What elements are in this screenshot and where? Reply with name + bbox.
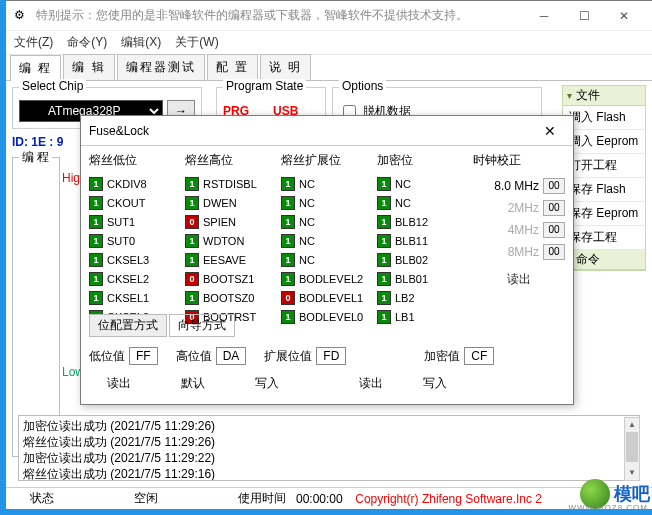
side-load-flash[interactable]: 调入 Flash	[563, 106, 645, 130]
fuse-bit-row[interactable]: 1CKSEL3	[89, 251, 181, 269]
fuse-bit-row[interactable]: 1NC	[281, 194, 373, 212]
fuse-bit-row[interactable]: 1BODLEVEL2	[281, 270, 373, 288]
menu-edit[interactable]: 编辑(X)	[121, 34, 161, 51]
fuse-bit-row[interactable]: 1BLB01	[377, 270, 469, 288]
fuse-bit-indicator[interactable]: 1	[89, 215, 103, 229]
fuse-bit-indicator[interactable]: 0	[185, 215, 199, 229]
clock-value[interactable]: 00	[543, 178, 565, 194]
fuse-bit-row[interactable]: 1NC	[377, 175, 469, 193]
fuse-bit-indicator[interactable]: 1	[377, 253, 391, 267]
fuse-bit-row[interactable]: 1CKOUT	[89, 194, 181, 212]
fuse-bit-row[interactable]: 1LB1	[377, 308, 469, 326]
fuse-bit-indicator[interactable]: 1	[377, 234, 391, 248]
dialog-tab-bit[interactable]: 位配置方式	[89, 314, 167, 337]
fuse-bit-row[interactable]: 1NC	[281, 175, 373, 193]
fuse-bit-row[interactable]: 1WDTON	[185, 232, 277, 250]
side-open-project[interactable]: 打开工程	[563, 154, 645, 178]
fuse-bit-indicator[interactable]: 1	[185, 196, 199, 210]
scroll-down-icon[interactable]: ▼	[625, 466, 639, 480]
fuse-bit-row[interactable]: 1CKSEL1	[89, 289, 181, 307]
fuse-bit-indicator[interactable]: 1	[185, 291, 199, 305]
fuse-bit-indicator[interactable]: 1	[89, 272, 103, 286]
fuse-bit-row[interactable]: 1BODLEVEL0	[281, 308, 373, 326]
maximize-button[interactable]: ☐	[564, 2, 604, 30]
fuse-bit-row[interactable]: 0BOOTSZ1	[185, 270, 277, 288]
lock-value-box[interactable]: CF	[464, 347, 494, 365]
fuse-write-button[interactable]: 写入	[255, 375, 279, 392]
fuse-bit-row[interactable]: 1BOOTSZ0	[185, 289, 277, 307]
fuse-bit-indicator[interactable]: 1	[185, 177, 199, 191]
log-scrollbar[interactable]: ▲ ▼	[624, 417, 640, 481]
clock-row[interactable]: 8.0 MHz00	[473, 175, 565, 197]
side-head[interactable]: ▾ 文件	[563, 86, 645, 106]
dialog-close-button[interactable]: ✕	[535, 123, 565, 139]
minimize-button[interactable]: ─	[524, 2, 564, 30]
fuse-bit-row[interactable]: 1NC	[281, 251, 373, 269]
fuse-default-button[interactable]: 默认	[181, 375, 205, 392]
menu-file[interactable]: 文件(Z)	[14, 34, 53, 51]
fuse-bit-row[interactable]: 1SUT1	[89, 213, 181, 231]
side-head-cmd[interactable]: ▾ 命令	[563, 250, 645, 270]
fuse-bit-row[interactable]: 1CKDIV8	[89, 175, 181, 193]
scroll-thumb[interactable]	[626, 432, 638, 462]
fuse-bit-row[interactable]: 1DWEN	[185, 194, 277, 212]
tab-edit[interactable]: 编 辑	[63, 54, 114, 80]
tab-config[interactable]: 配 置	[207, 54, 258, 80]
fuse-bit-row[interactable]: 1NC	[377, 194, 469, 212]
close-button[interactable]: ✕	[604, 2, 644, 30]
fuse-bit-row[interactable]: 1NC	[281, 232, 373, 250]
fuse-bit-indicator[interactable]: 1	[377, 177, 391, 191]
tab-program[interactable]: 编 程	[10, 55, 61, 81]
fuse-bit-indicator[interactable]: 1	[377, 272, 391, 286]
fuse-bit-indicator[interactable]: 1	[89, 177, 103, 191]
lock-read-button[interactable]: 读出	[359, 375, 383, 392]
fuse-bit-indicator[interactable]: 0	[185, 272, 199, 286]
clock-read-button[interactable]: 读出	[473, 271, 565, 288]
side-load-eeprom[interactable]: 调入 Eeprom	[563, 130, 645, 154]
fuse-bit-indicator[interactable]: 1	[281, 253, 295, 267]
fuse-bit-indicator[interactable]: 1	[89, 291, 103, 305]
menu-about[interactable]: 关于(W)	[175, 34, 218, 51]
fuse-bit-indicator[interactable]: 1	[281, 272, 295, 286]
fuse-bit-indicator[interactable]: 1	[281, 310, 295, 324]
fuse-bit-row[interactable]: 1EESAVE	[185, 251, 277, 269]
low-value-box[interactable]: FF	[129, 347, 158, 365]
fuse-bit-indicator[interactable]: 1	[89, 234, 103, 248]
fuse-bit-indicator[interactable]: 1	[377, 310, 391, 324]
fuse-bit-indicator[interactable]: 1	[89, 196, 103, 210]
tab-test[interactable]: 编程器测试	[117, 54, 205, 80]
fuse-bit-indicator[interactable]: 0	[281, 291, 295, 305]
fuse-bit-indicator[interactable]: 1	[185, 234, 199, 248]
fuse-bit-row[interactable]: 1RSTDISBL	[185, 175, 277, 193]
fuse-bit-indicator[interactable]: 1	[185, 253, 199, 267]
fuse-bit-indicator[interactable]: 1	[281, 196, 295, 210]
tab-help[interactable]: 说 明	[260, 54, 311, 80]
high-value-box[interactable]: DA	[216, 347, 247, 365]
fuse-bit-row[interactable]: 0SPIEN	[185, 213, 277, 231]
fuse-bit-indicator[interactable]: 1	[89, 253, 103, 267]
fuse-bit-indicator[interactable]: 1	[377, 291, 391, 305]
side-save-eeprom[interactable]: 保存 Eeprom	[563, 202, 645, 226]
lock-write-button[interactable]: 写入	[423, 375, 447, 392]
fuse-bit-indicator[interactable]: 1	[281, 177, 295, 191]
fuse-bit-indicator[interactable]: 1	[377, 196, 391, 210]
fuse-bit-row[interactable]: 0BODLEVEL1	[281, 289, 373, 307]
ext-value-box[interactable]: FD	[316, 347, 346, 365]
side-save-flash[interactable]: 保存 Flash	[563, 178, 645, 202]
fuse-bit-indicator[interactable]: 1	[281, 215, 295, 229]
menu-command[interactable]: 命令(Y)	[67, 34, 107, 51]
scroll-up-icon[interactable]: ▲	[625, 418, 639, 432]
fuse-read-button[interactable]: 读出	[107, 375, 131, 392]
program-state-label: Program State	[223, 79, 306, 93]
fuse-bit-indicator[interactable]: 1	[281, 234, 295, 248]
fuse-bit-indicator[interactable]: 1	[377, 215, 391, 229]
side-save-project[interactable]: 保存工程	[563, 226, 645, 250]
fuse-bit-row[interactable]: 1NC	[281, 213, 373, 231]
fuse-bit-row[interactable]: 1BLB02	[377, 251, 469, 269]
fuse-bit-row[interactable]: 1BLB12	[377, 213, 469, 231]
fuse-bit-row[interactable]: 1BLB11	[377, 232, 469, 250]
dialog-tab-wizard[interactable]: 向导方式	[169, 314, 235, 337]
fuse-bit-row[interactable]: 1LB2	[377, 289, 469, 307]
fuse-bit-row[interactable]: 1CKSEL2	[89, 270, 181, 288]
fuse-bit-row[interactable]: 1SUT0	[89, 232, 181, 250]
